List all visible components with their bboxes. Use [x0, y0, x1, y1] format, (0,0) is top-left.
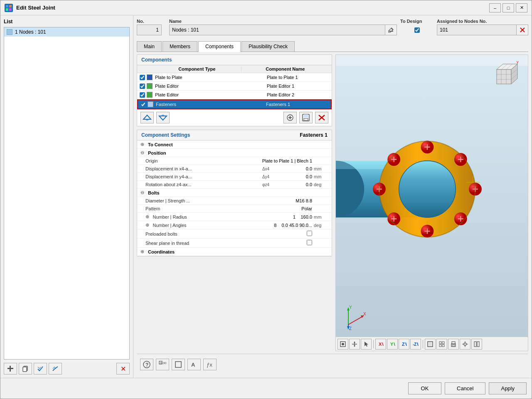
vp-x-btn[interactable]: X — [375, 339, 386, 350]
num-angles-label: Number | Angles — [153, 223, 257, 228]
list-item[interactable]: 1 Nodes : 101 — [4, 27, 129, 37]
vp-view2-btn[interactable] — [436, 339, 447, 350]
formula-button[interactable]: ƒx — [203, 359, 217, 370]
vp-move-btn[interactable] — [349, 339, 360, 350]
svg-rect-18 — [290, 116, 291, 119]
origin-row: Origin Plate to Plate 1 | Blech 1 — [137, 157, 332, 165]
svg-rect-0 — [6, 5, 8, 7]
disp-x4-value: 0.0 — [279, 166, 312, 171]
disp-x4-unit: mm — [314, 166, 328, 171]
cube-navigator[interactable]: y — [490, 59, 524, 92]
3d-viewport[interactable]: Y Z X — [335, 54, 528, 351]
comp-name-3: Plate Editor 2 — [267, 92, 329, 97]
svg-rect-116 — [175, 362, 181, 367]
comp-check-1[interactable] — [140, 75, 145, 80]
square-button[interactable] — [172, 359, 185, 370]
cancel-button[interactable]: Cancel — [445, 382, 485, 394]
name-input[interactable] — [169, 25, 385, 35]
check-all-button[interactable] — [34, 363, 47, 374]
apply-button[interactable]: Apply — [489, 382, 527, 394]
comp-row-4[interactable]: Fasteners Fasteners 1 — [137, 99, 332, 109]
shear-checkbox[interactable] — [307, 240, 312, 245]
to-design-checkbox[interactable] — [414, 27, 420, 33]
comp-row-1[interactable]: Plate to Plate Plate to Plate 1 — [137, 73, 332, 82]
tab-components[interactable]: Components — [198, 41, 241, 52]
svg-rect-3 — [9, 8, 12, 11]
bolts-row[interactable]: ⊖ Bolts — [137, 189, 332, 197]
app-icon — [5, 4, 13, 12]
move-up-button[interactable] — [140, 112, 154, 123]
vp-cursor-btn[interactable] — [361, 339, 372, 350]
components-title: Components — [137, 55, 332, 65]
vp-render-btn[interactable] — [337, 339, 348, 350]
add-component-button[interactable] — [283, 112, 297, 123]
comp-row-3[interactable]: Plate Editor Plate Editor 2 — [137, 91, 332, 99]
comp-check-4[interactable] — [140, 102, 146, 107]
bottom-toolbar: ? 0.00 A ƒx — [137, 354, 528, 374]
to-connect-label: To Connect — [148, 142, 173, 147]
tab-members[interactable]: Members — [163, 41, 197, 52]
vp-z2-btn[interactable]: -Z — [410, 339, 421, 350]
svg-rect-101 — [442, 345, 444, 347]
no-input[interactable] — [137, 25, 162, 35]
tab-main[interactable]: Main — [137, 41, 162, 52]
pattern-value: Polar — [279, 206, 312, 211]
comp-name-1: Plate to Plate 1 — [267, 75, 329, 80]
tab-bar: Main Members Components Plausibility Che… — [137, 41, 528, 52]
axis-indicator: Y Z X — [340, 304, 367, 332]
vp-panel-btn[interactable] — [471, 339, 482, 350]
add-item-button[interactable] — [4, 363, 17, 374]
vp-settings-btn[interactable] — [460, 339, 470, 350]
num-angles-row[interactable]: ⊕ Number | Angles 8 0.0 45.0 90.0... deg — [137, 221, 332, 229]
svg-text:?: ? — [145, 362, 148, 368]
preloaded-label: Preloaded bolts — [145, 232, 262, 236]
minimize-button[interactable]: – — [489, 3, 501, 12]
text-button[interactable]: A — [187, 359, 201, 370]
settings-button[interactable] — [49, 363, 62, 374]
svg-rect-97 — [429, 342, 432, 346]
help-button[interactable]: ? — [140, 359, 153, 370]
comp-check-3[interactable] — [140, 92, 145, 98]
diam-value: M16 8.8 — [279, 198, 312, 203]
copy-item-button[interactable] — [19, 363, 32, 374]
disp-y4-symbol: Δy4 — [262, 175, 279, 179]
name-edit-button[interactable] — [385, 25, 397, 35]
svg-line-93 — [406, 342, 406, 346]
shear-label: Shear plane in thread — [145, 241, 262, 246]
position-label: Position — [148, 150, 166, 155]
save-component-button[interactable] — [299, 112, 313, 123]
svg-rect-13 — [146, 119, 148, 121]
vp-y-btn[interactable]: Y — [387, 339, 398, 350]
position-row[interactable]: ⊖ Position — [137, 149, 332, 157]
delete-component-button[interactable] — [315, 112, 328, 123]
svg-rect-111 — [477, 342, 479, 347]
vp-print-btn[interactable] — [448, 339, 459, 350]
svg-rect-98 — [439, 342, 441, 344]
maximize-button[interactable]: □ — [502, 3, 514, 12]
disp-x4-label: Displacement in x4-a... — [145, 166, 262, 171]
comp-check-2[interactable] — [140, 84, 145, 89]
pattern-label: Pattern — [145, 206, 262, 211]
preloaded-checkbox[interactable] — [307, 231, 312, 236]
assigned-input[interactable] — [437, 25, 517, 35]
vp-view1-btn[interactable] — [425, 339, 436, 350]
close-button[interactable]: ✕ — [516, 3, 527, 12]
numbers-button[interactable]: 0.00 — [156, 359, 169, 370]
svg-text:0.00: 0.00 — [160, 361, 167, 365]
ok-button[interactable]: OK — [408, 382, 441, 394]
coordinates-row[interactable]: ⊕ Coordinates — [137, 248, 332, 256]
vp-z-btn[interactable]: Z — [399, 339, 409, 350]
svg-point-105 — [464, 343, 466, 345]
disp-y4-value: 0.0 — [279, 174, 312, 179]
to-connect-row[interactable]: ⊕ To Connect — [137, 140, 332, 149]
svg-marker-12 — [143, 115, 151, 119]
assigned-remove-button[interactable] — [517, 25, 528, 35]
move-down-button[interactable] — [156, 112, 170, 123]
bolts-label: Bolts — [148, 190, 160, 195]
delete-item-button[interactable]: ✕ — [116, 363, 130, 374]
rot-z4-value: 0.0 — [279, 182, 312, 187]
tab-plausibility[interactable]: Plausibility Check — [241, 41, 295, 52]
num-radius-row[interactable]: ⊕ Number | Radius 1 160.0 mm — [137, 213, 332, 221]
comp-row-2[interactable]: Plate Editor Plate Editor 1 — [137, 82, 332, 91]
svg-marker-86 — [354, 341, 355, 343]
